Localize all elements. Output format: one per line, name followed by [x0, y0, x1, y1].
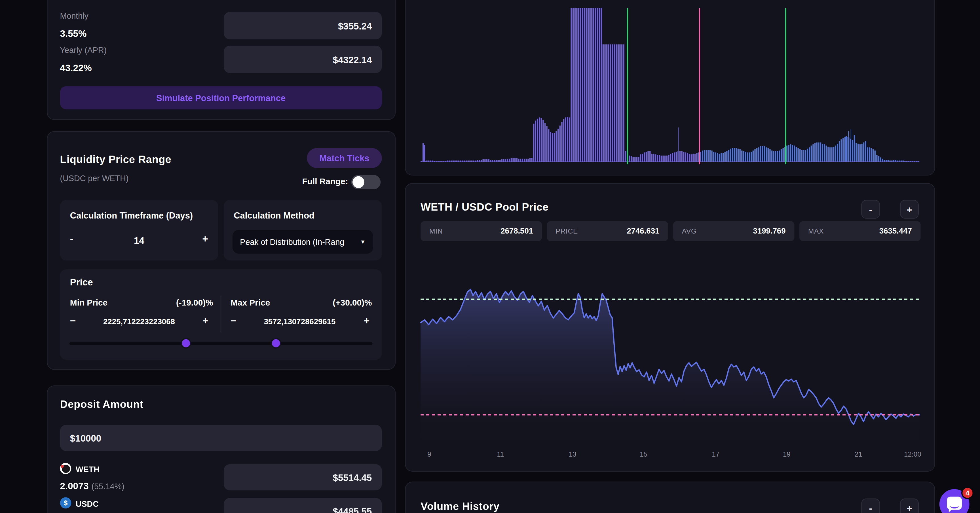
histogram-baseline	[420, 161, 919, 162]
current-price-dashed-line	[420, 414, 919, 415]
x-tick-label: 15	[640, 450, 648, 458]
x-tick-label: 12:00	[904, 450, 921, 458]
stat-chip-avg: AVG 3199.769	[673, 221, 795, 241]
yearly-fee-value: $4322.14	[224, 46, 382, 73]
monthly-percent: 3.55%	[60, 28, 87, 38]
x-tick-label: 17	[712, 450, 719, 458]
pool-zoom-in-button[interactable]: +	[900, 200, 919, 219]
min-price-decrement-button[interactable]: −	[70, 316, 76, 327]
timeframe-increment-button[interactable]: +	[202, 233, 208, 245]
x-tick-label: 11	[497, 450, 504, 458]
full-range-toggle[interactable]	[352, 175, 381, 189]
range-card-title: Liquidity Price Range	[60, 154, 171, 166]
calculation-timeframe-panel: Calculation Timeframe (Days) - 14 +	[60, 200, 218, 260]
stat-chip-max: MAX 3635.447	[799, 221, 921, 241]
range-card-subtitle: (USDC per WETH)	[60, 174, 129, 183]
method-selected-value: Peak of Distribution (In-Rang	[240, 237, 356, 246]
min-price-label: Min Price	[70, 298, 107, 307]
method-title: Calculation Method	[234, 211, 315, 221]
current-price-line	[699, 8, 700, 164]
pool-price-chart: 911131517192112:00	[420, 275, 919, 446]
x-tick-label: 13	[568, 450, 576, 458]
monthly-label: Monthly	[60, 11, 89, 21]
price-range-slider[interactable]	[70, 342, 372, 345]
weth-share: (55.14%)	[92, 481, 124, 491]
min-price-percent: (-19.00)%	[154, 298, 213, 307]
timeframe-value[interactable]: 14	[60, 235, 218, 245]
pool-price-title: WETH / USDC Pool Price	[420, 201, 549, 214]
range-min-line[interactable]	[627, 8, 628, 164]
weth-amount: 2.0073	[60, 480, 89, 491]
app-root: Monthly 3.55% $355.24 Yearly (APR) 43.22…	[0, 0, 980, 513]
timeframe-title: Calculation Timeframe (Days)	[70, 211, 193, 221]
x-axis-labels: 911131517192112:00	[420, 450, 919, 460]
yearly-percent: 43.22%	[60, 62, 92, 73]
monthly-fee-value: $355.24	[224, 12, 382, 40]
max-price-increment-button[interactable]: +	[364, 316, 370, 327]
volume-history-card: Volume History - +	[405, 481, 935, 513]
full-range-label: Full Range:	[302, 177, 348, 186]
weth-icon	[60, 463, 72, 474]
min-price-value[interactable]: 2225,712223223068	[81, 318, 197, 326]
volume-zoom-out-button[interactable]: -	[861, 499, 880, 513]
liquidity-distribution-card	[405, 0, 935, 175]
chat-bubble-icon	[947, 497, 962, 510]
liquidity-price-range-card: Liquidity Price Range (USDC per WETH) Ma…	[47, 131, 396, 370]
min-price-slider-handle[interactable]	[181, 338, 191, 348]
range-max-dashed-line	[420, 299, 919, 300]
range-max-line[interactable]	[785, 8, 786, 164]
method-dropdown[interactable]: Peak of Distribution (In-Rang ▼	[232, 230, 373, 254]
price-divider	[221, 295, 221, 332]
max-price-percent: (+30.00)%	[312, 298, 372, 307]
x-tick-label: 9	[427, 450, 431, 458]
chevron-down-icon: ▼	[360, 239, 366, 245]
volume-history-title: Volume History	[420, 500, 500, 513]
chat-notification-badge: 4	[961, 487, 974, 499]
stat-chip-price: PRICE 2746.631	[547, 221, 668, 241]
price-panel-title: Price	[70, 276, 93, 287]
stat-chip-min: MIN 2678.501	[420, 221, 542, 241]
max-price-slider-handle[interactable]	[270, 338, 281, 348]
weth-value-box: $5514.45	[224, 464, 382, 491]
x-tick-label: 19	[783, 450, 791, 458]
volume-zoom-in-button[interactable]: +	[900, 499, 919, 513]
max-price-value[interactable]: 3572,130728629615	[242, 318, 358, 326]
pool-price-card: WETH / USDC Pool Price - + MIN 2678.501 …	[405, 183, 935, 472]
x-tick-label: 21	[855, 450, 862, 458]
deposit-amount-input[interactable]: $10000	[60, 425, 382, 451]
match-ticks-button[interactable]: Match Ticks	[307, 148, 382, 168]
liquidity-histogram	[420, 8, 919, 162]
yearly-label: Yearly (APR)	[60, 46, 107, 55]
price-panel: Price Min Price (-19.00)% − 2225,7122232…	[60, 269, 382, 360]
fees-estimate-card: Monthly 3.55% $355.24 Yearly (APR) 43.22…	[47, 0, 396, 120]
simulate-position-button[interactable]: Simulate Position Performance	[60, 86, 382, 110]
min-price-increment-button[interactable]: +	[202, 316, 208, 327]
calculation-method-panel: Calculation Method Peak of Distribution …	[224, 200, 382, 260]
max-price-decrement-button[interactable]: −	[231, 316, 237, 327]
usdc-icon: $	[60, 497, 72, 508]
deposit-title: Deposit Amount	[60, 399, 143, 411]
deposit-amount-card: Deposit Amount $10000 WETH 2.0073 (55.14…	[47, 386, 396, 513]
toggle-knob	[352, 176, 364, 188]
usdc-value-box: $4485.55	[224, 498, 382, 513]
pool-zoom-out-button[interactable]: -	[861, 200, 880, 219]
weth-symbol: WETH	[76, 465, 100, 474]
max-price-label: Max Price	[231, 298, 270, 307]
usdc-symbol: USDC	[76, 499, 99, 508]
histogram-bars	[420, 8, 919, 162]
